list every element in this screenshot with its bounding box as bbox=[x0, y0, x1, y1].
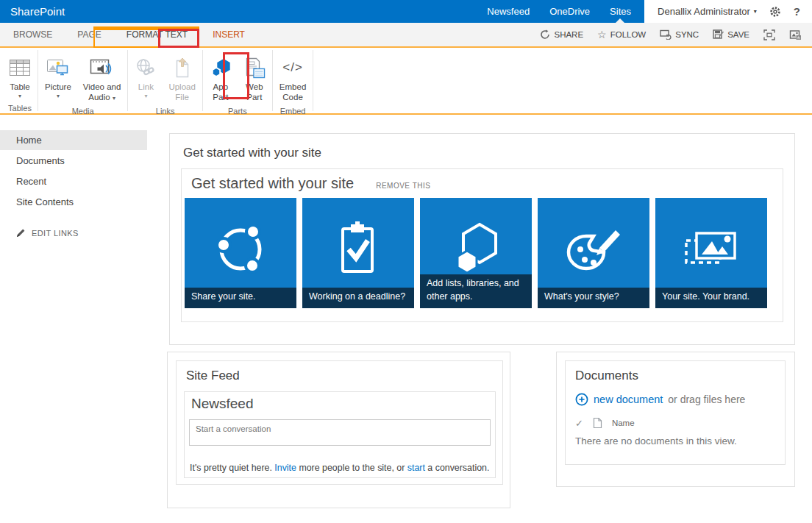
link-icon bbox=[135, 54, 157, 81]
tile-label: Working on a deadline? bbox=[302, 288, 414, 309]
dropdown-caret-icon: ▾ bbox=[144, 93, 147, 100]
tab-insert[interactable]: INSERT bbox=[200, 29, 257, 40]
edit-links-button[interactable]: EDIT LINKS bbox=[16, 228, 168, 238]
ribbon-group-tables: Table ▾ Tables bbox=[3, 48, 37, 113]
share-button[interactable]: SHARE bbox=[540, 29, 583, 40]
sidebar-item-site-contents[interactable]: Site Contents bbox=[0, 192, 147, 212]
ribbon-group-parts: App Part Web Part Parts bbox=[204, 48, 271, 113]
quiet-message: It's pretty quiet here. Invite more peop… bbox=[190, 463, 489, 473]
brand-image-icon bbox=[677, 218, 745, 282]
embed-code-icon: </> bbox=[282, 60, 303, 75]
chevron-down-icon: ▾ bbox=[754, 8, 757, 15]
pencil-icon bbox=[16, 228, 26, 238]
help-button[interactable]: ? bbox=[794, 5, 800, 18]
ribbon-group-links: Link ▾ Upload File Links bbox=[129, 48, 201, 113]
picture-icon bbox=[46, 54, 70, 81]
ribbon-group-embed: </> Embed Code Embed bbox=[274, 48, 312, 113]
group-separator bbox=[272, 50, 273, 111]
group-label-parts: Parts bbox=[204, 104, 271, 120]
suite-bar: SharePoint Newsfeed OneDrive Sites bbox=[0, 0, 644, 23]
documents-webpart-zone: Documents new document or drag files her… bbox=[556, 352, 795, 487]
get-started-title: Get started with your site bbox=[191, 175, 354, 192]
tile-label: Add lists, libraries, and other apps. bbox=[420, 274, 532, 308]
upload-file-button[interactable]: Upload File bbox=[163, 53, 201, 104]
empty-documents-message: There are no documents in this view. bbox=[566, 429, 785, 446]
follow-star-icon: ☆ bbox=[597, 29, 607, 40]
video-audio-icon bbox=[90, 54, 115, 81]
sharepoint-page: SharePoint Newsfeed OneDrive Sites Denal… bbox=[0, 0, 812, 523]
get-started-zone-title: Get started with your site bbox=[183, 146, 321, 160]
picture-button[interactable]: Picture ▾ bbox=[39, 53, 77, 102]
name-column-header[interactable]: Name bbox=[612, 419, 635, 427]
conversation-composer bbox=[189, 419, 491, 446]
suite-link-onedrive[interactable]: OneDrive bbox=[549, 6, 590, 17]
new-document-link[interactable]: new document bbox=[594, 394, 663, 405]
web-part-button[interactable]: Web Part bbox=[238, 53, 271, 104]
upload-file-icon bbox=[173, 54, 192, 81]
site-feed-webpart-zone: Site Feed Newsfeed It's pretty quiet her… bbox=[167, 352, 510, 508]
follow-button[interactable]: ☆ FOLLOW bbox=[597, 29, 646, 40]
suite-link-newsfeed[interactable]: Newsfeed bbox=[487, 6, 530, 17]
documents-title: Documents bbox=[566, 361, 785, 383]
dropdown-caret-icon: ▾ bbox=[57, 93, 60, 100]
tile-label: What's your style? bbox=[538, 288, 649, 309]
settings-gear-icon[interactable] bbox=[769, 6, 781, 18]
get-started-webpart: Get started with your site REMOVE THIS S… bbox=[181, 168, 783, 322]
group-label-embed: Embed bbox=[274, 104, 312, 120]
start-conversation-link[interactable]: start bbox=[407, 463, 425, 473]
app-part-icon bbox=[210, 54, 232, 81]
style-palette-icon bbox=[561, 218, 626, 282]
tab-browse[interactable]: BROWSE bbox=[0, 29, 65, 40]
suite-link-sites[interactable]: Sites bbox=[610, 6, 631, 17]
remove-this-link[interactable]: REMOVE THIS bbox=[376, 182, 430, 190]
drag-files-text: or drag files here bbox=[668, 394, 745, 405]
save-icon bbox=[713, 29, 724, 40]
web-part-icon bbox=[243, 54, 266, 81]
apps-hexagon-icon bbox=[444, 218, 508, 282]
sidebar-item-recent[interactable]: Recent bbox=[0, 171, 147, 191]
tile-add-lists-libraries[interactable]: Add lists, libraries, and other apps. bbox=[420, 198, 532, 308]
tab-page[interactable]: PAGE bbox=[65, 29, 113, 40]
sync-icon bbox=[660, 29, 672, 40]
left-nav: Home Documents Recent Site Contents EDIT… bbox=[0, 115, 168, 238]
sidebar-item-home[interactable]: Home bbox=[0, 130, 147, 150]
group-separator bbox=[127, 50, 128, 111]
invite-link[interactable]: Invite bbox=[274, 463, 296, 473]
share-icon bbox=[540, 29, 550, 40]
get-started-tiles: Share your site. Working on a deadline? bbox=[182, 192, 783, 308]
ribbon-group-media: Picture ▾ Video and Audio ▾ Media bbox=[39, 48, 127, 113]
user-menu[interactable]: Denallix Administrator ▾ bbox=[658, 6, 757, 17]
page-image-icon[interactable] bbox=[789, 29, 802, 40]
save-button[interactable]: SAVE bbox=[713, 29, 749, 40]
suite-links: Newsfeed OneDrive Sites bbox=[487, 6, 631, 17]
tile-working-on-deadline[interactable]: Working on a deadline? bbox=[302, 198, 414, 308]
group-separator bbox=[202, 50, 203, 111]
group-separator bbox=[313, 50, 313, 111]
table-icon bbox=[9, 54, 31, 81]
ribbon-tab-row: BROWSE PAGE FORMAT TEXT INSERT SHARE ☆ F… bbox=[0, 23, 812, 48]
app-part-button[interactable]: App Part bbox=[204, 53, 238, 104]
select-all-check-icon[interactable]: ✓ bbox=[575, 418, 583, 429]
link-button[interactable]: Link ▾ bbox=[129, 53, 163, 102]
tile-share-your-site[interactable]: Share your site. bbox=[185, 198, 296, 308]
embed-code-button[interactable]: </> Embed Code bbox=[274, 53, 312, 104]
deadline-clipboard-icon bbox=[327, 218, 390, 282]
documents-header-row: ✓ Name bbox=[566, 406, 785, 429]
dropdown-caret-icon: ▾ bbox=[113, 95, 115, 102]
site-feed-webpart: Site Feed Newsfeed It's pretty quiet her… bbox=[176, 360, 503, 485]
sharepoint-logo: SharePoint bbox=[10, 5, 65, 18]
sidebar-item-documents[interactable]: Documents bbox=[0, 151, 147, 171]
document-type-icon bbox=[593, 417, 602, 429]
tab-format-text[interactable]: FORMAT TEXT bbox=[114, 29, 200, 40]
share-site-icon bbox=[209, 218, 272, 282]
tile-whats-your-style[interactable]: What's your style? bbox=[538, 198, 649, 308]
video-audio-button[interactable]: Video and Audio ▾ bbox=[77, 53, 127, 104]
ribbon: Table ▾ Tables Picture ▾ bbox=[0, 48, 812, 115]
focus-on-content-icon[interactable] bbox=[763, 29, 775, 40]
sync-button[interactable]: SYNC bbox=[660, 29, 699, 40]
get-started-webpart-zone: Get started with your site Get started w… bbox=[169, 133, 795, 345]
conversation-input[interactable] bbox=[190, 420, 490, 445]
table-button[interactable]: Table ▾ bbox=[3, 53, 37, 102]
newsfeed-webpart: Newsfeed It's pretty quiet here. Invite … bbox=[184, 391, 496, 478]
tile-your-site-your-brand[interactable]: Your site. Your brand. bbox=[655, 198, 767, 308]
